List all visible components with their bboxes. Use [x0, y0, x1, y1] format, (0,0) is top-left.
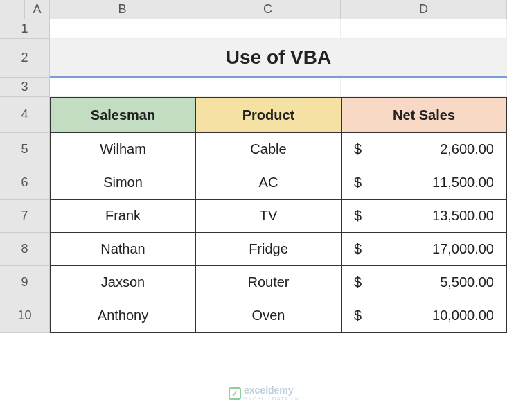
netsales-value: 11,500.00 — [366, 175, 494, 191]
select-all-corner[interactable] — [0, 0, 25, 19]
currency-symbol: $ — [354, 308, 366, 324]
table-cell-netsales[interactable]: $ 10,000.00 — [341, 299, 507, 333]
table-cell-salesman[interactable]: Anthony — [50, 299, 195, 333]
table-header-netsales[interactable]: Net Sales — [341, 97, 507, 133]
row-header-10[interactable]: 10 — [0, 299, 50, 333]
table-cell-product[interactable]: AC — [195, 166, 341, 200]
col-header-D[interactable]: D — [341, 0, 507, 19]
cell-B3[interactable] — [50, 78, 195, 97]
spreadsheet-grid: A B C D 1 2 3 4 5 6 7 8 9 10 Use of VBA … — [0, 0, 532, 333]
cell-D1[interactable] — [341, 19, 507, 39]
table-cell-salesman[interactable]: Nathan — [50, 233, 195, 266]
cell-C3[interactable] — [195, 78, 341, 97]
row-header-6[interactable]: 6 — [0, 166, 50, 200]
table-cell-netsales[interactable]: $ 5,500.00 — [341, 266, 507, 299]
row-header-5[interactable]: 5 — [0, 133, 50, 166]
table-cell-product[interactable]: TV — [195, 200, 341, 233]
table-cell-netsales[interactable]: $ 17,000.00 — [341, 233, 507, 266]
table-cell-product[interactable]: Oven — [195, 299, 341, 333]
table-cell-product[interactable]: Cable — [195, 133, 341, 166]
table-cell-netsales[interactable]: $ 2,600.00 — [341, 133, 507, 166]
row-header-8[interactable]: 8 — [0, 233, 50, 266]
watermark-brand: exceldemy — [244, 385, 294, 396]
cell-B1[interactable] — [50, 19, 195, 39]
row-header-7[interactable]: 7 — [0, 200, 50, 233]
watermark-tagline: EXCEL · DATA · ML — [244, 396, 304, 402]
watermark: ✓ exceldemy EXCEL · DATA · ML — [229, 385, 304, 402]
cell-D3[interactable] — [341, 78, 507, 97]
spreadsheet-viewport: A B C D 1 2 3 4 5 6 7 8 9 10 Use of VBA … — [0, 0, 532, 415]
row-header-1[interactable]: 1 — [0, 19, 50, 39]
page-title[interactable]: Use of VBA — [50, 39, 507, 78]
currency-symbol: $ — [354, 241, 366, 257]
watermark-icon: ✓ — [229, 387, 241, 400]
currency-symbol: $ — [354, 175, 366, 191]
col-header-A[interactable]: A — [25, 0, 50, 19]
table-cell-netsales[interactable]: $ 11,500.00 — [341, 166, 507, 200]
row-header-9[interactable]: 9 — [0, 266, 50, 299]
table-cell-product[interactable]: Fridge — [195, 233, 341, 266]
netsales-value: 17,000.00 — [366, 241, 494, 257]
currency-symbol: $ — [354, 141, 366, 157]
netsales-value: 2,600.00 — [366, 141, 494, 157]
col-header-C[interactable]: C — [195, 0, 341, 19]
table-cell-netsales[interactable]: $ 13,500.00 — [341, 200, 507, 233]
netsales-value: 10,000.00 — [366, 308, 494, 324]
table-cell-product[interactable]: Router — [195, 266, 341, 299]
currency-symbol: $ — [354, 208, 366, 224]
cell-C1[interactable] — [195, 19, 341, 39]
col-header-B[interactable]: B — [50, 0, 195, 19]
table-cell-salesman[interactable]: Frank — [50, 200, 195, 233]
netsales-value: 5,500.00 — [366, 274, 494, 290]
row-header-3[interactable]: 3 — [0, 78, 50, 97]
table-cell-salesman[interactable]: Jaxson — [50, 266, 195, 299]
table-header-salesman[interactable]: Salesman — [50, 97, 195, 133]
table-cell-salesman[interactable]: Wilham — [50, 133, 195, 166]
table-header-product[interactable]: Product — [195, 97, 341, 133]
netsales-value: 13,500.00 — [366, 208, 494, 224]
row-header-4[interactable]: 4 — [0, 97, 50, 133]
table-cell-salesman[interactable]: Simon — [50, 166, 195, 200]
row-header-2[interactable]: 2 — [0, 39, 50, 78]
currency-symbol: $ — [354, 274, 366, 290]
